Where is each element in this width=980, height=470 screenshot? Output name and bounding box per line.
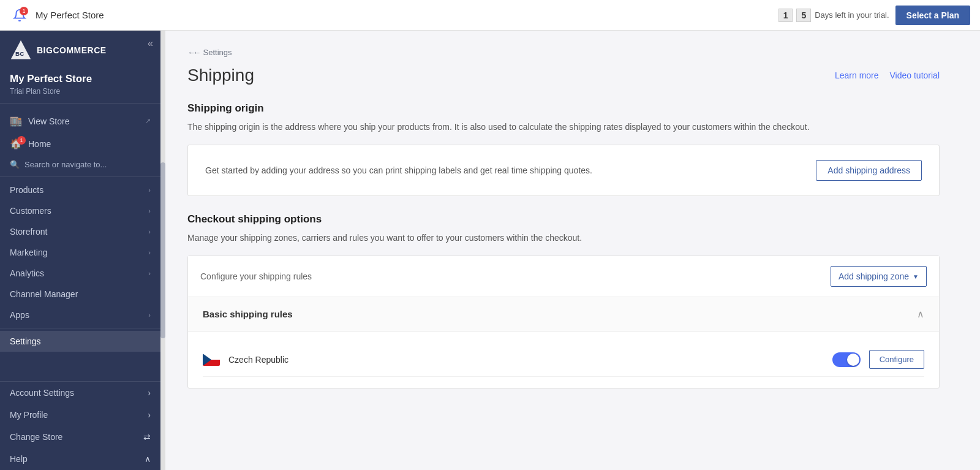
sidebar-item-storefront[interactable]: Storefront › <box>0 221 160 242</box>
add-zone-label: Add shipping zone <box>839 271 909 281</box>
notification-bell[interactable]: 1 <box>10 6 29 25</box>
basic-shipping-rules-section: Basic shipping rules ∧ <box>188 297 939 388</box>
apps-label: Apps <box>10 310 29 320</box>
store-info: My Perfect Store Trial Plan Store <box>0 61 160 104</box>
brand-name: BIGCOMMERCE <box>37 45 107 55</box>
trial-info: 1 5 Days left in your trial. <box>778 9 889 22</box>
trial-label: Days left in your trial. <box>815 10 889 20</box>
shipping-origin-card: Get started by adding your address so yo… <box>187 145 940 196</box>
sidebar-divider-2 <box>0 328 160 328</box>
apps-chevron-icon: › <box>148 311 151 319</box>
page-links: Learn more Video tutorial <box>835 66 940 80</box>
account-settings-chevron-icon: › <box>148 388 151 398</box>
sidebar-item-settings[interactable]: Settings <box>0 331 160 352</box>
products-chevron-icon: › <box>148 186 151 194</box>
marketing-label: Marketing <box>10 248 47 257</box>
collapse-icon: ∧ <box>917 308 924 320</box>
notification-badge: 1 <box>20 7 28 15</box>
shipping-origin-description: The shipping origin is the address where… <box>187 121 940 134</box>
sidebar-item-customers[interactable]: Customers › <box>0 200 160 221</box>
country-row-czech-republic: Czech Republic Configure <box>203 343 924 377</box>
svg-text:BC: BC <box>15 50 24 57</box>
help-label: Help <box>10 454 28 464</box>
change-store-label: Change Store <box>10 432 62 442</box>
add-shipping-zone-button[interactable]: Add shipping zone ▼ <box>831 266 927 287</box>
help-chevron-icon: ∧ <box>145 454 151 464</box>
sidebar-item-marketing[interactable]: Marketing › <box>0 242 160 263</box>
sidebar-scrollbar[interactable] <box>160 31 165 470</box>
my-profile-label: My Profile <box>10 410 48 420</box>
external-link-icon: ↗ <box>145 117 151 125</box>
czech-republic-flag <box>203 354 220 366</box>
czech-flag-icon <box>203 354 220 366</box>
marketing-chevron-icon: › <box>148 249 151 256</box>
search-icon: 🔍 <box>10 160 20 169</box>
add-shipping-address-button[interactable]: Add shipping address <box>816 160 922 181</box>
breadcrumb[interactable]: ← ← Settings <box>187 48 940 57</box>
page-title-row: Shipping Learn more Video tutorial <box>187 66 940 85</box>
shipping-zone-card: Configure your shipping rules Add shippi… <box>187 256 940 389</box>
sidebar-item-home[interactable]: 🏠 Home 1 <box>0 132 160 155</box>
dropdown-arrow-icon: ▼ <box>913 273 919 280</box>
checkout-shipping-description: Manage your shipping zones, carriers and… <box>187 232 582 244</box>
select-plan-button[interactable]: Select a Plan <box>895 6 970 25</box>
shipping-origin-card-body: Get started by adding your address so yo… <box>188 145 939 195</box>
main-layout: « BC BIGCOMMERCE My Perfect Store Trial … <box>0 31 980 470</box>
products-label: Products <box>10 185 43 195</box>
header-store-name: My Perfect Store <box>36 10 772 20</box>
breadcrumb-label: ← Settings <box>193 48 232 57</box>
main-content: ← ← Settings Shipping Learn more Video t… <box>165 31 980 470</box>
sidebar-item-products[interactable]: Products › <box>0 180 160 200</box>
sidebar-item-apps[interactable]: Apps › <box>0 305 160 325</box>
sidebar-navigation: 🏬 View Store ↗ 🏠 Home 1 🔍 Search or navi… <box>0 104 160 358</box>
configure-shipping-rules-row: Configure your shipping rules Add shippi… <box>188 256 939 297</box>
basic-shipping-rules-title: Basic shipping rules <box>203 309 293 319</box>
store-icon: 🏬 <box>10 115 22 127</box>
sidebar-item-my-profile[interactable]: My Profile › <box>0 404 160 426</box>
sidebar-search[interactable]: 🔍 Search or navigate to... <box>0 155 160 174</box>
basic-shipping-rules-body: Czech Republic Configure <box>188 332 939 388</box>
video-tutorial-link[interactable]: Video tutorial <box>890 70 940 80</box>
page-title: Shipping <box>187 66 254 85</box>
sidebar-item-view-store[interactable]: 🏬 View Store ↗ <box>0 110 160 132</box>
czech-republic-toggle[interactable] <box>832 352 861 367</box>
storefront-chevron-icon: › <box>148 228 151 235</box>
sidebar-collapse-button[interactable]: « <box>148 38 153 49</box>
country-name-czech-republic: Czech Republic <box>228 355 824 365</box>
configure-shipping-rules-label: Configure your shipping rules <box>200 271 312 281</box>
store-title: My Perfect Store <box>10 72 151 86</box>
analytics-chevron-icon: › <box>148 270 151 277</box>
search-label: Search or navigate to... <box>24 160 107 169</box>
home-label: Home <box>28 139 51 149</box>
sidebar-bottom: Account Settings › My Profile › Change S… <box>0 381 160 470</box>
storefront-label: Storefront <box>10 227 47 237</box>
sidebar-item-help[interactable]: Help ∧ <box>0 448 160 470</box>
channel-manager-label: Channel Manager <box>10 289 78 299</box>
shipping-origin-title: Shipping origin <box>187 102 940 115</box>
sidebar-item-account-settings[interactable]: Account Settings › <box>0 382 160 404</box>
content-area: ← ← Settings Shipping Learn more Video t… <box>165 31 962 406</box>
sidebar: « BC BIGCOMMERCE My Perfect Store Trial … <box>0 31 160 470</box>
analytics-label: Analytics <box>10 268 44 278</box>
trial-day-2: 5 <box>796 9 811 22</box>
trial-day-1: 1 <box>778 9 793 22</box>
sidebar-divider-1 <box>0 176 160 177</box>
top-header: 1 My Perfect Store 1 5 Days left in your… <box>0 0 980 31</box>
checkout-shipping-title: Checkout shipping options <box>187 213 582 226</box>
home-badge: 1 <box>17 136 26 145</box>
sidebar-item-analytics[interactable]: Analytics › <box>0 263 160 284</box>
account-settings-label: Account Settings <box>10 388 74 398</box>
settings-label: Settings <box>10 336 41 346</box>
customers-label: Customers <box>10 206 51 216</box>
learn-more-link[interactable]: Learn more <box>835 70 879 80</box>
basic-shipping-rules-header[interactable]: Basic shipping rules ∧ <box>188 297 939 332</box>
sidebar-item-channel-manager[interactable]: Channel Manager <box>0 284 160 305</box>
sidebar-item-change-store[interactable]: Change Store ⇄ <box>0 426 160 448</box>
bigcommerce-logo-icon: BC <box>10 39 32 61</box>
czech-republic-configure-button[interactable]: Configure <box>869 350 924 369</box>
shipping-zone-inner: Configure your shipping rules Add shippi… <box>188 256 939 388</box>
change-store-icon: ⇄ <box>143 432 151 442</box>
view-store-label: View Store <box>28 116 69 126</box>
checkout-shipping-header-row: Checkout shipping options Manage your sh… <box>187 213 940 244</box>
store-subtitle: Trial Plan Store <box>10 87 151 96</box>
